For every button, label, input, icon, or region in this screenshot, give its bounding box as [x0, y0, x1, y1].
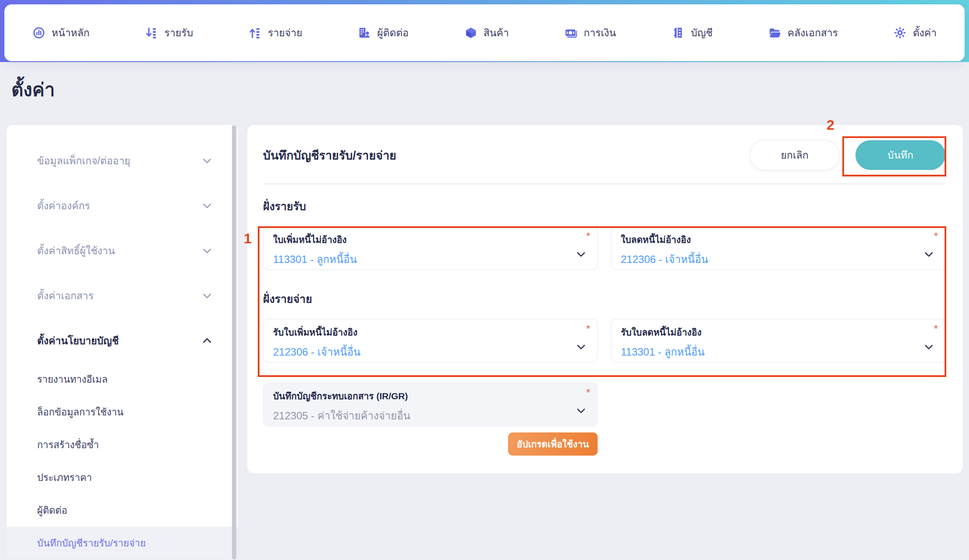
nav-item-documents[interactable]: คลังเอกสาร — [768, 25, 838, 41]
chevron-down-icon — [201, 245, 213, 256]
nav-item-income[interactable]: รายรับ — [145, 25, 193, 41]
chevron-up-icon — [201, 335, 213, 346]
save-button[interactable]: บันทึก — [855, 140, 945, 170]
dashboard-icon — [32, 26, 45, 39]
sidebar-item-email-report[interactable]: รายงานทางอีเมล — [7, 363, 238, 396]
field-value: 212305 - ค่าใช้จ่ายค้างจ่ายอื่น — [273, 407, 571, 424]
required-asterisk: * — [934, 230, 938, 242]
nav-item-label: บัญชี — [691, 25, 713, 41]
finance-icon — [564, 26, 578, 39]
nav-item-label: ตั้งค่า — [913, 25, 936, 41]
select-field-credit-note-unreferenced[interactable]: * ใบลดหนี้ไม่อ้างอิง 212306 - เจ้าหนี้อื… — [611, 226, 945, 270]
income-icon — [145, 26, 158, 39]
chevron-down-icon — [201, 290, 213, 301]
sidebar-group-organization[interactable]: ตั้งค่าองค์กร — [7, 183, 238, 228]
main-panel: บันทึกบัญชีรายรับ/รายจ่าย ยกเลิก บันทึก … — [247, 124, 963, 474]
sidebar-group-label: ข้อมูลแพ็กเกจ/ต่ออายุ — [37, 153, 130, 169]
accounting-icon — [671, 26, 685, 39]
chevron-down-icon — [575, 405, 587, 416]
required-asterisk: * — [586, 387, 590, 399]
nav-item-contacts[interactable]: ผู้ติดต่อ — [358, 25, 408, 41]
panel-header: บันทึกบัญชีรายรับ/รายจ่าย ยกเลิก บันทึก — [263, 137, 945, 173]
nav-item-label: รายรับ — [164, 25, 193, 41]
divider — [263, 183, 945, 184]
nav-item-label: คลังเอกสาร — [788, 25, 838, 41]
required-asterisk: * — [586, 230, 590, 242]
sidebar-group-label: ตั้งค่าสิทธิ์ผู้ใช้งาน — [37, 243, 115, 259]
sidebar-group-documents[interactable]: ตั้งค่าเอกสาร — [7, 273, 238, 318]
sidebar-item-contacts[interactable]: ผู้ติดต่อ — [7, 494, 238, 527]
section-title-expense: ฝั่งรายจ่าย — [263, 290, 945, 308]
required-asterisk: * — [586, 323, 590, 335]
chevron-down-icon — [575, 249, 587, 260]
select-field-debit-note-unreferenced[interactable]: * ใบเพิ่มหนี้ไม่อ้างอิง 113301 - ลูกหนี้… — [263, 226, 598, 270]
sidebar-group-label: ตั้งค่านโยบายบัญชี — [37, 333, 119, 349]
field-row: * รับใบเพิ่มหนี้ไม่อ้างอิง 212306 - เจ้า… — [263, 319, 945, 363]
field-label: ใบลดหนี้ไม่อ้างอิง — [621, 232, 919, 247]
upgrade-badge[interactable]: อัปเกรดเพื่อใช้งาน — [508, 432, 598, 456]
field-value: 113301 - ลูกหนี้อื่น — [273, 251, 571, 268]
cancel-button[interactable]: ยกเลิก — [750, 140, 840, 170]
nav-item-label: รายจ่าย — [268, 25, 302, 41]
field-label: รับใบเพิ่มหนี้ไม่อ้างอิง — [273, 325, 571, 339]
nav-item-finance[interactable]: การเงิน — [564, 25, 616, 41]
sidebar-group-label: ตั้งค่าเอกสาร — [37, 288, 93, 304]
field-label: บันทึกบัญชีกระทบเอกสาร (IR/GR) — [273, 389, 571, 403]
nav-item-label: สินค้า — [484, 25, 509, 41]
panel-title: บันทึกบัญชีรายรับ/รายจ่าย — [263, 146, 396, 165]
select-field-received-credit-note-unreferenced[interactable]: * รับใบลดหนี้ไม่อ้างอิง 113301 - ลูกหนี้… — [611, 319, 945, 363]
chevron-down-icon — [923, 249, 934, 260]
nav-item-expense[interactable]: รายจ่าย — [249, 25, 302, 41]
sidebar-item-usage-lock[interactable]: ล็อกข้อมูลการใช้งาน — [7, 396, 238, 429]
field-label: รับใบลดหนี้ไม่อ้างอิง — [621, 325, 919, 339]
settings-sidebar: ข้อมูลแพ็กเกจ/ต่ออายุ ตั้งค่าองค์กร ตั้ง… — [6, 124, 239, 560]
header-buttons: ยกเลิก บันทึก — [750, 140, 945, 170]
chevron-down-icon — [575, 341, 587, 353]
expense-icon — [249, 26, 262, 39]
contacts-icon — [358, 26, 371, 39]
sidebar-group-user-permissions[interactable]: ตั้งค่าสิทธิ์ผู้ใช้งาน — [7, 228, 238, 273]
page-title: ตั้งค่า — [11, 75, 55, 104]
products-icon — [464, 26, 478, 39]
badge-row: อัปเกรดเพื่อใช้งาน — [263, 432, 598, 456]
section-title-income: ฝั่งรายรับ — [263, 197, 945, 215]
sidebar-group-package[interactable]: ข้อมูลแพ็กเกจ/ต่ออายุ — [7, 138, 238, 183]
sidebar-group-accounting-policy[interactable]: ตั้งค่านโยบายบัญชี — [7, 318, 238, 363]
nav-item-label: ผู้ติดต่อ — [377, 25, 408, 41]
top-navigation: หน้าหลัก รายรับ รายจ่าย ผู้ติดต่อ สินค้า — [4, 4, 965, 61]
chevron-down-icon — [201, 200, 213, 211]
field-row: * ใบเพิ่มหนี้ไม่อ้างอิง 113301 - ลูกหนี้… — [263, 226, 945, 270]
documents-icon — [768, 26, 782, 39]
select-field-received-debit-note-unreferenced[interactable]: * รับใบเพิ่มหนี้ไม่อ้างอิง 212306 - เจ้า… — [263, 319, 598, 363]
nav-item-products[interactable]: สินค้า — [464, 25, 509, 41]
nav-item-label: หน้าหลัก — [52, 25, 90, 41]
screen: หน้าหลัก รายรับ รายจ่าย ผู้ติดต่อ สินค้า — [0, 0, 969, 560]
sidebar-group-label: ตั้งค่าองค์กร — [37, 198, 90, 214]
field-label: ใบเพิ่มหนี้ไม่อ้างอิง — [273, 232, 571, 247]
required-asterisk: * — [934, 323, 938, 335]
nav-item-label: การเงิน — [584, 25, 616, 41]
nav-item-accounting[interactable]: บัญชี — [671, 25, 713, 41]
sidebar-item-duplicate-name[interactable]: การสร้างชื่อซ้ำ — [7, 429, 238, 461]
field-value: 212306 - เจ้าหนี้อื่น — [273, 343, 571, 360]
sidebar-item-income-expense-posting[interactable]: บันทึกบัญชีรายรับ/รายจ่าย — [7, 527, 238, 560]
settings-icon — [893, 26, 907, 39]
nav-item-settings[interactable]: ตั้งค่า — [893, 25, 936, 41]
sidebar-item-price-type[interactable]: ประเภทราคา — [7, 461, 238, 494]
nav-item-home[interactable]: หน้าหลัก — [32, 25, 90, 41]
select-field-irgr-posting-locked: * บันทึกบัญชีกระทบเอกสาร (IR/GR) 212305 … — [263, 383, 598, 426]
field-value: 212306 - เจ้าหนี้อื่น — [621, 251, 919, 268]
field-value: 113301 - ลูกหนี้อื่น — [621, 343, 919, 360]
chevron-down-icon — [923, 341, 934, 353]
sidebar-scrollbar[interactable] — [232, 125, 236, 560]
chevron-down-icon — [201, 155, 213, 166]
